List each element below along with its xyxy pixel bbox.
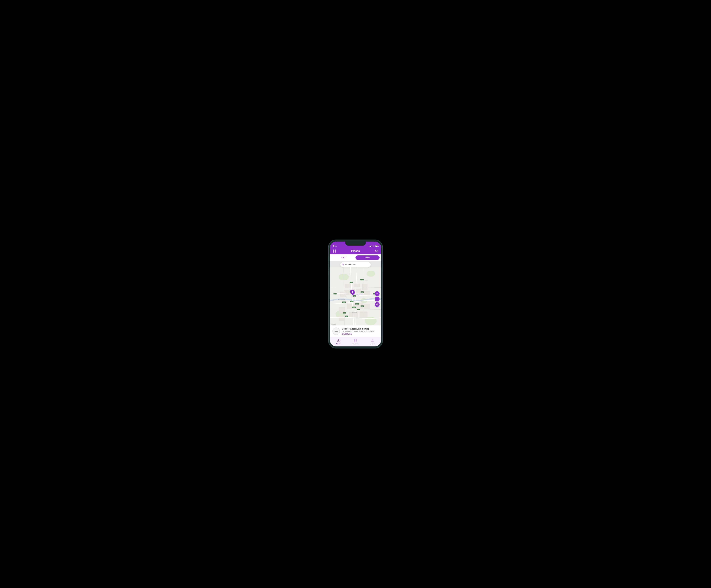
svg-text:A23: A23: [358, 309, 359, 310]
map-location-marker: [350, 290, 354, 294]
svg-text:A5: A5: [351, 282, 351, 283]
phone-notch: [345, 242, 366, 246]
svg-rect-31: [349, 313, 358, 318]
place-name: MediterraneanCafe(demo): [342, 327, 379, 330]
map-search-icon: [342, 264, 344, 266]
zoom-out-button[interactable]: −: [375, 297, 380, 301]
nav-label-account: Account: [370, 343, 375, 345]
qr-icon: [353, 339, 358, 343]
battery-icon: [375, 245, 378, 247]
svg-rect-25: [340, 292, 346, 296]
svg-rect-84: [354, 341, 355, 342]
tab-map[interactable]: MAP: [356, 255, 380, 260]
signal-bars-icon: [369, 245, 371, 247]
svg-text:A501: A501: [351, 301, 353, 302]
phone-screen: 9:41: [330, 242, 381, 346]
place-card: — MediterraneanCafe(demo) UK, London , B…: [330, 325, 381, 337]
svg-rect-32: [360, 312, 367, 318]
svg-text:KENSINGTON: KENSINGTON: [338, 299, 345, 300]
svg-rect-33: [339, 316, 345, 321]
bottom-nav: Explore: [330, 337, 381, 346]
svg-line-13: [377, 252, 378, 252]
nav-item-qr-menu[interactable]: Qr-Menu: [347, 338, 364, 345]
svg-rect-29: [364, 304, 370, 309]
tab-list[interactable]: LIST: [331, 255, 356, 260]
svg-point-90: [372, 340, 373, 341]
svg-text:A41: A41: [335, 294, 336, 294]
svg-text:A202: A202: [362, 306, 363, 307]
nav-item-account[interactable]: Account: [364, 338, 381, 345]
svg-rect-4: [335, 250, 336, 250]
svg-rect-3: [333, 250, 334, 250]
map-search-placeholder: Search here: [345, 263, 356, 266]
map-search-bar[interactable]: Search here: [340, 263, 371, 267]
svg-point-19: [365, 317, 376, 325]
compass-icon: [337, 339, 341, 343]
svg-rect-24: [362, 284, 367, 290]
place-info: MediterraneanCafe(demo) UK, London , Bak…: [342, 327, 379, 335]
zoom-controls: + −: [375, 291, 380, 307]
svg-text:A3206: A3206: [353, 307, 356, 308]
search-header-icon[interactable]: [375, 249, 379, 253]
svg-point-16: [366, 271, 375, 277]
svg-text:A3212: A3212: [356, 304, 358, 304]
svg-rect-82: [354, 340, 355, 340]
place-phone[interactable]: 2012345678: [342, 333, 379, 335]
status-icons: [369, 245, 378, 247]
svg-rect-83: [356, 340, 357, 340]
zoom-in-button[interactable]: +: [375, 291, 380, 296]
svg-rect-21: [354, 284, 360, 287]
svg-rect-5: [333, 252, 334, 252]
svg-text:A214: A214: [344, 313, 345, 314]
place-logo: —: [332, 327, 340, 335]
tab-switcher: LIST MAP: [330, 254, 381, 261]
qr-scan-icon[interactable]: [332, 249, 336, 253]
map-city-label: London: [353, 293, 362, 296]
page-title: Places: [336, 250, 375, 252]
svg-text:A308: A308: [343, 302, 345, 303]
nav-label-explore: Explore: [336, 343, 341, 345]
status-time: 9:41: [333, 245, 337, 247]
map-area: A41 A10 A1 A5 A501 A1 A308 A3212 A3206: [330, 261, 381, 337]
place-address: UK, London , Baker Street, 432, 48-654: [342, 330, 379, 332]
place-logo-symbol: —: [335, 330, 338, 333]
nav-label-qr-menu: Qr-Menu: [352, 343, 359, 345]
svg-text:BRIXTON: BRIXTON: [352, 312, 357, 313]
wifi-icon: [372, 245, 374, 247]
svg-text:PARK: PARK: [365, 279, 368, 281]
svg-line-69: [343, 265, 344, 265]
svg-text:A24: A24: [346, 316, 347, 317]
location-button[interactable]: [375, 302, 380, 307]
svg-text:A10: A10: [362, 292, 363, 293]
svg-text:A503: A503: [361, 279, 363, 280]
phone-frame: 9:41: [328, 240, 383, 348]
app-header: Places: [330, 248, 381, 254]
nav-item-explore[interactable]: Explore: [330, 338, 347, 345]
account-icon: [370, 339, 374, 343]
svg-point-71: [377, 304, 378, 305]
